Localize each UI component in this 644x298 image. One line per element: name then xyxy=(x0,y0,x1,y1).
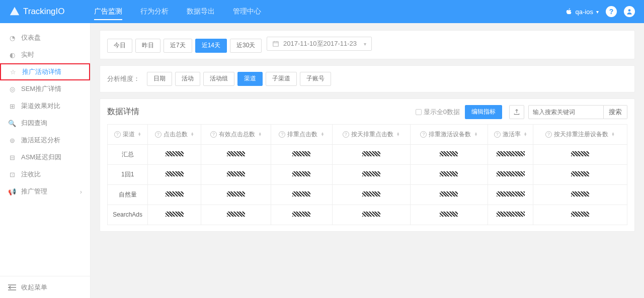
data-cell xyxy=(533,184,627,205)
date-quick-button[interactable]: 近30天 xyxy=(230,39,262,53)
redacted-value xyxy=(497,191,525,196)
date-quick-button[interactable]: 昨日 xyxy=(135,39,160,53)
search-input[interactable] xyxy=(528,105,604,119)
dimension-button[interactable]: 活动 xyxy=(175,72,200,86)
export-button[interactable] xyxy=(509,105,524,119)
sidebar-item[interactable]: ⊡注收比 xyxy=(0,166,90,183)
sidebar-item-icon: 🔍 xyxy=(8,119,16,127)
svg-rect-1 xyxy=(273,42,279,46)
redacted-value xyxy=(227,151,245,156)
dimension-button[interactable]: 日期 xyxy=(147,72,172,86)
dimension-button[interactable]: 渠道 xyxy=(237,72,263,86)
sidebar-item-icon: ◐ xyxy=(8,51,16,59)
table-header-cell[interactable]: ?渠道▲▼ xyxy=(108,124,148,144)
sidebar-item-icon: ⊚ xyxy=(8,136,16,144)
platform-selector[interactable]: qa-ios ▾ xyxy=(566,8,599,16)
table-header-cell[interactable]: ?点击总数▲▼ xyxy=(148,124,201,144)
redacted-value xyxy=(227,212,245,217)
chevron-right-icon: › xyxy=(80,188,82,195)
data-cell xyxy=(333,184,411,205)
dimension-button[interactable]: 子账号 xyxy=(300,72,331,86)
table-header-cell[interactable]: ?排重点击数▲▼ xyxy=(271,124,332,144)
sidebar-item[interactable]: ⊚激活延迟分析 xyxy=(0,132,90,149)
row-label-cell: 汇总 xyxy=(108,144,148,164)
platform-label: qa-ios xyxy=(576,8,593,16)
topnav-item[interactable]: 数据导出 xyxy=(178,0,224,23)
dimension-panel: 分析维度： 日期活动活动组渠道子渠道子账号 xyxy=(100,65,635,92)
sidebar-item[interactable]: ◎SEM推广详情 xyxy=(0,80,90,97)
date-range-picker[interactable]: 2017-11-10至2017-11-23 ▾ xyxy=(267,37,372,51)
column-label: 按天排重点击数 xyxy=(351,130,393,139)
date-range-text: 2017-11-10至2017-11-23 xyxy=(283,39,357,48)
help-icon: ? xyxy=(494,131,501,138)
date-quick-button[interactable]: 今日 xyxy=(107,39,132,53)
collapse-label: 收起菜单 xyxy=(21,283,47,292)
sidebar-item[interactable]: ☆推广活动详情 xyxy=(0,63,90,80)
show-zero-checkbox[interactable]: 显示全0数据 xyxy=(416,108,460,117)
data-detail-panel: 数据详情 显示全0数据 编辑指标 搜索 ?渠道▲▼?点击总数▲▼?有效点击总数▲… xyxy=(100,98,635,232)
redacted-value xyxy=(497,171,525,176)
top-nav: 广告监测行为分析数据导出管理中心 xyxy=(85,0,270,23)
column-label: 排重激活设备数 xyxy=(429,130,471,139)
data-cell xyxy=(410,184,488,205)
sort-icon: ▲▼ xyxy=(138,132,141,136)
brand-text: TrackingIO xyxy=(23,7,65,17)
chevron-down-icon: ▾ xyxy=(364,41,366,47)
data-cell xyxy=(333,164,411,184)
sidebar-item-icon: ⊡ xyxy=(8,170,16,178)
column-label: 点击总数 xyxy=(164,130,188,139)
table-header-cell[interactable]: ?按天排重注册设备数▲▼ xyxy=(533,124,627,144)
user-avatar[interactable] xyxy=(624,6,635,17)
date-filter-panel: 今日昨日近7天近14天近30天 2017-11-10至2017-11-23 ▾ xyxy=(100,30,635,59)
sidebar-item[interactable]: ◔仪表盘 xyxy=(0,29,90,46)
dimension-button[interactable]: 子渠道 xyxy=(266,72,297,86)
header-right: qa-ios ▾ ? xyxy=(566,6,635,17)
redacted-value xyxy=(166,212,184,217)
redacted-value xyxy=(227,171,245,176)
sort-icon: ▲▼ xyxy=(191,132,194,136)
sidebar-item[interactable]: 📢推广管理› xyxy=(0,183,90,200)
data-cell xyxy=(488,184,533,205)
redacted-value xyxy=(571,191,589,196)
topnav-item[interactable]: 行为分析 xyxy=(131,0,178,23)
sort-icon: ▲▼ xyxy=(396,132,400,136)
topnav-item[interactable]: 广告监测 xyxy=(85,0,131,23)
sidebar-item-icon: ☆ xyxy=(9,68,17,76)
sidebar-item-label: 注收比 xyxy=(21,170,41,179)
sidebar-item[interactable]: ◐实时 xyxy=(0,46,90,63)
column-label: 排重点击数 xyxy=(287,130,317,139)
export-icon xyxy=(513,109,520,116)
date-quick-button[interactable]: 近7天 xyxy=(164,39,192,53)
data-table: ?渠道▲▼?点击总数▲▼?有效点击总数▲▼?排重点击数▲▼?按天排重点击数▲▼?… xyxy=(107,124,627,225)
redacted-value xyxy=(292,212,310,217)
collapse-menu[interactable]: 收起菜单 xyxy=(0,276,90,298)
data-cell xyxy=(201,205,271,225)
data-cell xyxy=(410,144,488,164)
svg-point-0 xyxy=(628,9,631,12)
data-cell xyxy=(148,205,201,225)
sidebar-item[interactable]: ⊟ASM延迟归因 xyxy=(0,149,90,166)
checkbox-icon xyxy=(416,109,422,115)
table-header-cell[interactable]: ?激活率▲▼ xyxy=(488,124,533,144)
row-label-cell: 自然量 xyxy=(108,184,148,205)
help-icon: ? xyxy=(114,131,121,138)
redacted-value xyxy=(440,151,458,156)
date-quick-button[interactable]: 近14天 xyxy=(195,39,227,53)
table-header-cell[interactable]: ?排重激活设备数▲▼ xyxy=(410,124,488,144)
redacted-value xyxy=(497,151,525,156)
sidebar-item-label: SEM推广详情 xyxy=(21,84,61,93)
topnav-item[interactable]: 管理中心 xyxy=(224,0,270,23)
data-cell xyxy=(271,184,332,205)
search-button[interactable]: 搜索 xyxy=(604,105,627,119)
show-zero-label: 显示全0数据 xyxy=(424,108,460,117)
brand-logo: TrackingIO xyxy=(9,6,65,17)
sidebar-item[interactable]: 🔍归因查询 xyxy=(0,115,90,132)
table-header-cell[interactable]: ?按天排重点击数▲▼ xyxy=(333,124,411,144)
sidebar-item[interactable]: ⊞渠道效果对比 xyxy=(0,97,90,115)
dimension-button[interactable]: 活动组 xyxy=(203,72,234,86)
help-button[interactable]: ? xyxy=(606,6,617,17)
table-header-cell[interactable]: ?有效点击总数▲▼ xyxy=(201,124,271,144)
redacted-value xyxy=(440,171,458,176)
edit-metrics-button[interactable]: 编辑指标 xyxy=(465,105,502,119)
user-icon xyxy=(626,8,633,15)
